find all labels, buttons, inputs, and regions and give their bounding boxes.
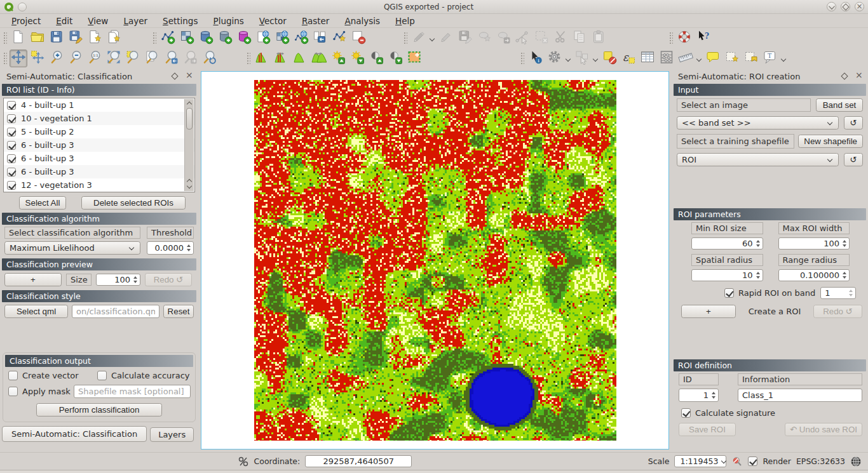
scp-hist-button[interactable] xyxy=(291,50,309,67)
add-database-button[interactable] xyxy=(197,29,215,47)
menu-analysis[interactable]: Analysis xyxy=(338,15,386,27)
bookmark-show-button[interactable] xyxy=(742,50,760,67)
toolbar-handle[interactable] xyxy=(152,31,156,45)
create-roi-plus-button[interactable]: + xyxy=(681,305,736,318)
brightness-down-button[interactable] xyxy=(348,50,366,67)
menu-layer[interactable]: Layer xyxy=(117,15,154,27)
add-wfs-button[interactable] xyxy=(292,29,310,47)
zoom-out-button[interactable] xyxy=(67,50,85,67)
add-wcs-button[interactable] xyxy=(273,29,291,47)
band-set-button[interactable]: Band set xyxy=(816,98,863,112)
zoom-selection-button[interactable] xyxy=(124,50,142,67)
gear-button[interactable] xyxy=(546,50,564,67)
add-raster-button[interactable] xyxy=(178,29,196,47)
roi-list-item[interactable]: 5 - built-up 2 xyxy=(4,125,194,138)
roi-item-checkbox[interactable] xyxy=(7,154,16,163)
qml-path-field[interactable] xyxy=(72,305,159,318)
dropdown-chevron-icon[interactable] xyxy=(780,52,787,65)
roi-item-checkbox[interactable] xyxy=(7,101,16,110)
menu-help[interactable]: Help xyxy=(389,15,421,27)
menu-plugins[interactable]: Plugins xyxy=(207,15,250,27)
zoom-last-button[interactable] xyxy=(162,50,180,67)
select-expression-button[interactable]: ε xyxy=(620,50,637,67)
preview-plus-button[interactable]: + xyxy=(4,273,62,286)
select-qml-button[interactable]: Select qml xyxy=(4,305,68,318)
save-button[interactable] xyxy=(48,29,65,47)
scale-combo[interactable]: 1:119453 xyxy=(674,455,726,467)
dock-tab-semi-automatic-classification[interactable]: Semi-Automatic: Classification xyxy=(2,426,147,442)
new-shapefile-button[interactable] xyxy=(330,29,348,47)
create-vector-checkbox[interactable] xyxy=(8,371,18,380)
map-tips-button[interactable] xyxy=(704,50,722,67)
scp-plot-sigma-button[interactable] xyxy=(253,50,271,67)
rapid-roi-checkbox[interactable] xyxy=(724,288,734,298)
roi-list-item[interactable]: 10 - vegetation 1 xyxy=(4,112,194,125)
dock-close-icon[interactable] xyxy=(854,72,863,81)
pan-selection-button[interactable] xyxy=(29,50,46,67)
rapid-roi-band-spinbox[interactable]: 1 xyxy=(820,287,856,299)
roi-list-item[interactable]: 6 - built-up 3 xyxy=(4,152,194,165)
dock-float-icon[interactable] xyxy=(840,72,849,81)
composer-manager-button[interactable] xyxy=(105,29,123,47)
roi-shapefile-combo[interactable]: ROI xyxy=(677,153,839,166)
band-set-combo[interactable]: << band set >> xyxy=(677,116,839,130)
zoom-full-button[interactable] xyxy=(105,50,123,67)
scroll-up-icon[interactable] xyxy=(187,100,192,105)
dropdown-chevron-icon[interactable] xyxy=(696,52,703,65)
toolbar-handle[interactable] xyxy=(3,51,7,65)
zoom-actual-button[interactable]: 1:1 xyxy=(86,50,104,67)
menu-view[interactable]: View xyxy=(81,15,114,27)
dropdown-chevron-icon[interactable] xyxy=(592,52,599,65)
attribute-table-button[interactable] xyxy=(639,50,656,67)
maximize-button[interactable] xyxy=(841,2,850,11)
file-new-button[interactable] xyxy=(10,29,27,47)
roi-list-item[interactable]: 6 - built-up 3 xyxy=(4,165,194,178)
scp-plot-range-button[interactable] xyxy=(272,50,290,67)
roi-item-checkbox[interactable] xyxy=(7,181,16,190)
scroll-down-icon[interactable] xyxy=(187,184,192,189)
add-spatialite-button[interactable] xyxy=(216,29,234,47)
crs-status-icon[interactable] xyxy=(850,456,862,467)
remove-layer-button[interactable] xyxy=(349,29,367,47)
roi-information-field[interactable] xyxy=(738,389,862,402)
dock-float-icon[interactable] xyxy=(170,72,179,81)
dropdown-chevron-icon[interactable] xyxy=(565,52,572,65)
perform-classification-button[interactable]: Perform classification xyxy=(36,403,162,416)
new-shapefile-button[interactable]: New shapefile xyxy=(798,135,863,148)
dock-tab-layers[interactable]: Layers xyxy=(150,427,194,442)
roi-list-item[interactable]: 4 - built-up 1 xyxy=(4,98,194,112)
pan-button[interactable] xyxy=(10,50,27,67)
coordinate-field[interactable] xyxy=(305,455,412,467)
roi-list-item[interactable]: 12 - vegetation 3 xyxy=(4,178,194,192)
extent-marker-icon[interactable] xyxy=(238,456,249,467)
reset-qml-button[interactable]: Reset xyxy=(163,305,194,318)
add-postgis-button[interactable] xyxy=(235,29,253,47)
scp-hist-range-button[interactable] xyxy=(310,50,328,67)
select-all-button[interactable]: Select All xyxy=(19,196,66,210)
contrast-up-button[interactable] xyxy=(367,50,385,67)
threshold-spinbox[interactable]: 0.0000 xyxy=(147,241,194,255)
spatial-radius-spinbox[interactable]: 10 xyxy=(691,269,763,281)
abacus-button[interactable] xyxy=(658,50,675,67)
roi-list-item[interactable]: 6 - built-up 3 xyxy=(4,138,194,152)
roi-list-scrollbar[interactable] xyxy=(184,99,194,191)
zoom-in-button[interactable] xyxy=(48,50,65,67)
dock-close-icon[interactable] xyxy=(184,72,193,81)
bookmark-new-button[interactable] xyxy=(723,50,741,67)
map-refresh-button[interactable] xyxy=(200,50,218,67)
toolbar-handle[interactable] xyxy=(246,51,250,65)
calculate-signature-checkbox[interactable] xyxy=(681,408,691,418)
whats-this-button[interactable]: ? xyxy=(695,29,712,47)
calculate-accuracy-checkbox[interactable] xyxy=(97,371,107,380)
menu-vector[interactable]: Vector xyxy=(253,15,293,27)
add-vector-button[interactable] xyxy=(159,29,177,47)
roi-item-checkbox[interactable] xyxy=(7,114,16,123)
contrast-down-button[interactable] xyxy=(386,50,404,67)
layer-convert-button[interactable] xyxy=(311,29,329,47)
menu-project[interactable]: Project xyxy=(5,15,47,27)
classified-raster-image[interactable] xyxy=(254,80,616,441)
toolbar-handle[interactable] xyxy=(3,31,7,45)
scrollbar-thumb[interactable] xyxy=(186,108,193,130)
scale-magnifier-icon[interactable] xyxy=(731,456,743,467)
scroll-up-icon[interactable] xyxy=(187,178,192,183)
